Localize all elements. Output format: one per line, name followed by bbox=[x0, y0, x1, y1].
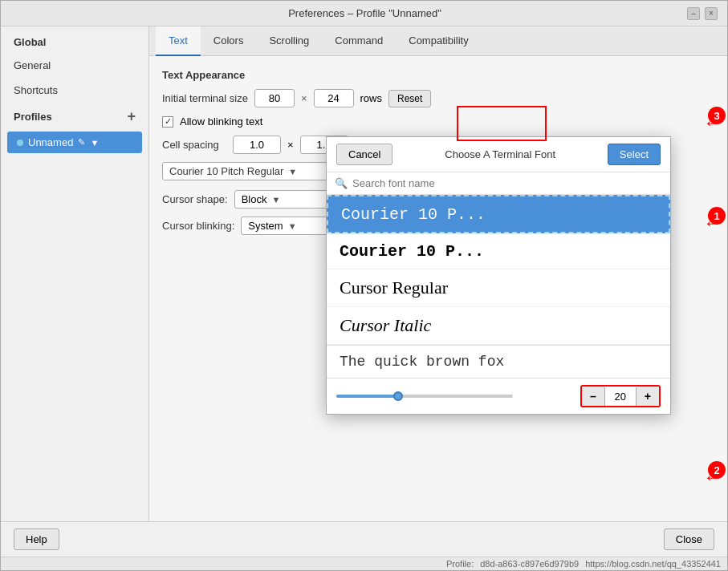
add-profile-button[interactable]: + bbox=[127, 109, 136, 124]
titlebar-buttons: – × bbox=[687, 7, 718, 20]
window-title: Preferences – Profile "Unnamed" bbox=[43, 7, 687, 19]
help-button[interactable]: Help bbox=[14, 528, 59, 550]
font-list: Courier 10 P... Courier 10 P... Cursor R… bbox=[327, 195, 670, 378]
font-dropdown-arrow: ▼ bbox=[288, 167, 297, 176]
tab-compatibility[interactable]: Compatibility bbox=[396, 26, 481, 56]
cursor-shape-dropdown-arrow: ▼ bbox=[271, 195, 280, 205]
list-item[interactable]: Courier 10 P... bbox=[327, 195, 670, 233]
font-size-control: – 20 + bbox=[580, 385, 661, 407]
tab-text[interactable]: Text bbox=[156, 26, 201, 56]
profile-dot bbox=[17, 140, 23, 146]
status-profile-id: d8d-a863-c897e6d979b9 bbox=[480, 559, 579, 569]
allow-blinking-label: Allow blinking text bbox=[180, 115, 262, 128]
reset-size-button[interactable]: Reset bbox=[388, 90, 431, 107]
slider-thumb[interactable] bbox=[393, 391, 403, 401]
font-dialog-footer: – 20 + bbox=[327, 378, 670, 414]
minimize-button[interactable]: – bbox=[687, 7, 700, 20]
cursor-blink-dropdown-arrow: ▼ bbox=[288, 221, 297, 231]
slider-fill bbox=[336, 395, 398, 398]
font-search-box: 🔍 bbox=[327, 172, 670, 195]
initial-size-row: Initial terminal size × rows Reset bbox=[162, 89, 714, 107]
decrease-size-button[interactable]: – bbox=[582, 387, 604, 406]
status-bar: Profile: d8d-a863-c897e6d979b9 https://b… bbox=[1, 557, 727, 570]
cell-width-input[interactable] bbox=[233, 136, 281, 154]
preferences-window: Preferences – Profile "Unnamed" – × Glob… bbox=[0, 0, 728, 571]
main-layout: Global General Shortcuts Profiles + Unna… bbox=[1, 26, 727, 521]
profiles-label: Profiles bbox=[14, 111, 52, 123]
status-url: https://blog.csdn.net/qq_43352441 bbox=[585, 559, 721, 569]
bottom-bar: Help Close bbox=[1, 521, 727, 557]
columns-x-label: × bbox=[301, 92, 307, 104]
cell-x-label: × bbox=[287, 139, 294, 151]
font-size-value: 20 bbox=[604, 387, 636, 406]
list-item[interactable]: Cursor Italic bbox=[327, 307, 670, 345]
status-profile-label: Profile: bbox=[446, 559, 474, 569]
cursor-shape-dropdown[interactable]: Block ▼ bbox=[234, 190, 331, 209]
close-window-button[interactable]: × bbox=[705, 7, 718, 20]
cursor-shape-label: Cursor shape: bbox=[162, 193, 228, 205]
cell-spacing-label: Cell spacing bbox=[162, 139, 226, 151]
close-button[interactable]: Close bbox=[664, 528, 714, 550]
initial-size-label: Initial terminal size bbox=[162, 92, 248, 104]
cursor-blink-label: Cursor blinking: bbox=[162, 220, 234, 232]
cursor-shape-value: Block bbox=[242, 193, 267, 205]
font-dialog-header: Cancel Choose A Terminal Font Select bbox=[327, 137, 670, 172]
content-body: Text Appearance Initial terminal size × … bbox=[149, 56, 727, 521]
cursor-blink-value: System bbox=[248, 220, 283, 232]
titlebar: Preferences – Profile "Unnamed" – × bbox=[1, 1, 727, 26]
global-section-label: Global bbox=[1, 26, 148, 53]
font-item-courier-selected-label: Courier 10 P... bbox=[341, 205, 486, 224]
allow-blinking-row: Allow blinking text bbox=[162, 115, 714, 128]
profile-dropdown-icon: ▼ bbox=[90, 138, 99, 148]
font-search-input[interactable] bbox=[352, 177, 662, 189]
columns-input[interactable] bbox=[254, 89, 295, 107]
increase-size-button[interactable]: + bbox=[636, 387, 659, 406]
content-area: Text Colors Scrolling Command Compatibil… bbox=[149, 26, 727, 521]
font-selected-label: Courier 10 Pitch Regular bbox=[169, 165, 283, 177]
search-icon: 🔍 bbox=[335, 177, 348, 189]
profile-name: Unnamed bbox=[28, 136, 73, 148]
sidebar: Global General Shortcuts Profiles + Unna… bbox=[1, 26, 149, 521]
list-item[interactable]: Cursor Regular bbox=[327, 269, 670, 307]
rows-label: rows bbox=[360, 92, 382, 104]
sidebar-profiles-header: Profiles + bbox=[1, 103, 148, 130]
font-item-cursor-regular-label: Cursor Regular bbox=[340, 277, 448, 298]
sidebar-item-unnamed[interactable]: Unnamed ✎ ▼ bbox=[7, 132, 142, 153]
font-item-courier-bold-label: Courier 10 P... bbox=[340, 242, 484, 261]
font-picker-dialog: Cancel Choose A Terminal Font Select 🔍 bbox=[326, 136, 671, 415]
tab-scrolling[interactable]: Scrolling bbox=[256, 26, 322, 56]
cursor-blink-dropdown[interactable]: System ▼ bbox=[241, 217, 337, 235]
font-preview-text: The quick brown fox bbox=[327, 345, 670, 378]
cancel-font-button[interactable]: Cancel bbox=[336, 144, 392, 165]
profile-edit-icon: ✎ bbox=[78, 137, 85, 148]
text-appearance-title: Text Appearance bbox=[162, 69, 714, 81]
select-font-button[interactable]: Select bbox=[608, 144, 661, 165]
list-item[interactable]: Courier 10 P... bbox=[327, 233, 670, 269]
size-slider-container bbox=[336, 395, 574, 398]
tabs-bar: Text Colors Scrolling Command Compatibil… bbox=[149, 26, 727, 56]
allow-blinking-checkbox[interactable] bbox=[162, 116, 173, 128]
font-item-cursor-italic-label: Cursor Italic bbox=[340, 315, 431, 335]
size-slider[interactable] bbox=[336, 395, 513, 398]
tab-command[interactable]: Command bbox=[322, 26, 396, 56]
sidebar-item-general[interactable]: General bbox=[1, 53, 148, 78]
rows-input[interactable] bbox=[314, 89, 354, 107]
sidebar-item-shortcuts[interactable]: Shortcuts bbox=[1, 78, 148, 103]
tab-colors[interactable]: Colors bbox=[201, 26, 257, 56]
choose-font-label: Choose A Terminal Font bbox=[401, 148, 599, 160]
